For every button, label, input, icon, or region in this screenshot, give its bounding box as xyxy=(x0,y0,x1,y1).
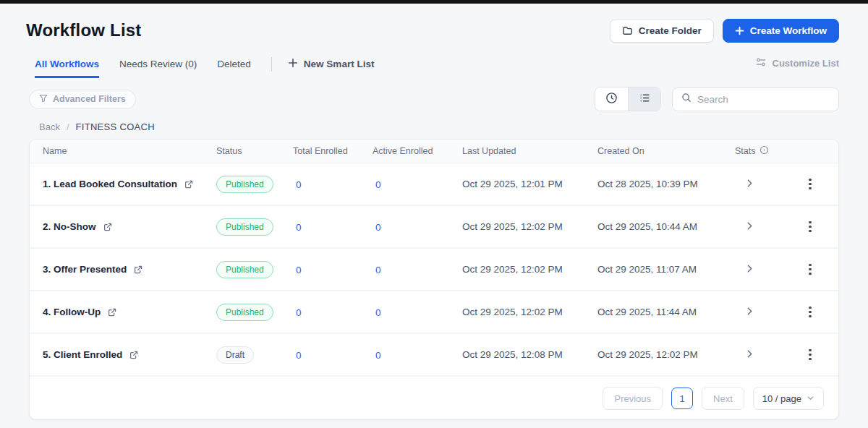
tab-all-workflows[interactable]: All Workflows xyxy=(35,54,99,78)
total-enrolled-value[interactable]: 0 xyxy=(293,222,302,233)
next-page-button[interactable]: Next xyxy=(702,387,744,410)
stats-expand-button[interactable] xyxy=(735,221,795,234)
workflow-name[interactable]: 3. Offer Presented xyxy=(43,264,127,275)
table-row[interactable]: 5. Client Enrolled Draft 0 0 Oct 29 2025… xyxy=(30,334,838,377)
create-workflow-label: Create Workflow xyxy=(750,25,827,36)
kebab-menu-icon[interactable] xyxy=(804,260,816,280)
breadcrumb-separator: / xyxy=(67,121,69,132)
view-toggle xyxy=(595,87,661,111)
chevron-right-icon xyxy=(745,221,754,234)
created-on-value: Oct 28 2025, 10:39 PM xyxy=(597,179,735,189)
column-header-total-enrolled: Total Enrolled xyxy=(293,146,373,156)
page-size-select[interactable]: 10 / page xyxy=(753,387,824,410)
workflow-list-page: Workflow List Create Folder Create Workf… xyxy=(0,18,868,420)
external-link-icon[interactable] xyxy=(129,350,139,360)
external-link-icon[interactable] xyxy=(107,307,117,317)
external-link-icon[interactable] xyxy=(133,265,143,275)
external-link-icon[interactable] xyxy=(103,222,113,232)
last-updated-value: Oct 29 2025, 12:02 PM xyxy=(462,307,597,317)
previous-page-button[interactable]: Previous xyxy=(603,387,663,410)
kebab-menu-icon[interactable] xyxy=(804,174,816,194)
external-link-icon[interactable] xyxy=(184,179,194,189)
search-input[interactable] xyxy=(697,94,830,105)
created-on-value: Oct 29 2025, 12:02 PM xyxy=(597,349,735,360)
column-header-name: Name xyxy=(43,146,216,156)
table-row[interactable]: 3. Offer Presented Published 0 0 Oct 29 … xyxy=(30,249,838,291)
sliders-icon xyxy=(755,56,767,70)
new-smart-list-button[interactable]: New Smart List xyxy=(288,58,375,78)
stats-expand-button[interactable] xyxy=(735,263,795,276)
customize-list-label: Customize List xyxy=(773,58,839,69)
chevron-right-icon xyxy=(745,348,754,361)
tab-bar: All Workflows Needs Review (0) Deleted N… xyxy=(29,54,839,78)
create-folder-label: Create Folder xyxy=(639,25,702,36)
column-header-stats: Stats xyxy=(735,146,756,156)
active-enrolled-value[interactable]: 0 xyxy=(373,265,381,275)
workflow-name[interactable]: 5. Client Enrolled xyxy=(43,349,122,360)
last-updated-value: Oct 29 2025, 12:01 PM xyxy=(462,179,597,189)
history-view-button[interactable] xyxy=(595,87,628,111)
workflow-table-card: Name Status Total Enrolled Active Enroll… xyxy=(29,139,839,420)
create-folder-button[interactable]: Create Folder xyxy=(610,19,714,43)
total-enrolled-value[interactable]: 0 xyxy=(293,179,302,190)
workflow-name[interactable]: 4. Follow-Up xyxy=(43,307,101,317)
kebab-menu-icon[interactable] xyxy=(804,345,816,365)
total-enrolled-value[interactable]: 0 xyxy=(293,265,302,275)
table-body: 1. Lead Booked Consultation Published 0 … xyxy=(30,163,838,377)
advanced-filters-button[interactable]: Advanced Filters xyxy=(29,90,136,109)
active-enrolled-value[interactable]: 0 xyxy=(373,307,381,318)
page-number-button[interactable]: 1 xyxy=(671,388,693,409)
list-view-button[interactable] xyxy=(628,87,660,111)
workflow-name[interactable]: 1. Lead Booked Consultation xyxy=(43,179,177,189)
column-header-last-updated: Last Updated xyxy=(462,146,597,156)
list-icon xyxy=(639,92,651,107)
stats-expand-button[interactable] xyxy=(735,348,795,361)
last-updated-value: Oct 29 2025, 12:08 PM xyxy=(462,349,597,360)
breadcrumb-current-folder: FITNESS COACH xyxy=(76,121,155,132)
created-on-value: Oct 29 2025, 11:44 AM xyxy=(597,307,735,317)
status-badge: Draft xyxy=(216,346,254,364)
plus-icon xyxy=(735,26,744,35)
total-enrolled-value[interactable]: 0 xyxy=(293,307,302,318)
chevron-right-icon xyxy=(745,306,754,319)
kebab-menu-icon[interactable] xyxy=(804,302,816,322)
active-enrolled-value[interactable]: 0 xyxy=(373,222,381,233)
view-and-search xyxy=(595,87,839,111)
customize-list-button[interactable]: Customize List xyxy=(755,56,839,78)
page-header: Workflow List Create Folder Create Workf… xyxy=(29,18,839,43)
table-header-row: Name Status Total Enrolled Active Enroll… xyxy=(30,140,838,163)
page-title: Workflow List xyxy=(26,20,142,40)
pagination: Previous 1 Next 10 / page xyxy=(30,377,838,420)
info-icon[interactable] xyxy=(760,145,769,157)
clock-icon xyxy=(605,92,618,107)
breadcrumb-back-link[interactable]: Back xyxy=(39,121,60,132)
funnel-icon xyxy=(39,94,48,105)
active-enrolled-value[interactable]: 0 xyxy=(373,350,381,361)
last-updated-value: Oct 29 2025, 12:02 PM xyxy=(462,264,597,275)
status-badge: Published xyxy=(216,176,273,193)
created-on-value: Oct 29 2025, 11:07 AM xyxy=(597,264,735,275)
workflow-name[interactable]: 2. No-Show xyxy=(43,221,96,232)
tab-needs-review[interactable]: Needs Review (0) xyxy=(119,54,197,78)
breadcrumb: Back / FITNESS COACH xyxy=(29,121,839,132)
create-workflow-button[interactable]: Create Workflow xyxy=(723,19,839,43)
table-row[interactable]: 1. Lead Booked Consultation Published 0 … xyxy=(30,163,838,206)
advanced-filters-label: Advanced Filters xyxy=(53,94,126,104)
column-header-active-enrolled: Active Enrolled xyxy=(373,146,462,156)
status-badge: Published xyxy=(216,261,273,278)
last-updated-value: Oct 29 2025, 12:02 PM xyxy=(462,221,597,232)
table-row[interactable]: 2. No-Show Published 0 0 Oct 29 2025, 12… xyxy=(30,206,838,249)
search-box xyxy=(672,87,839,111)
status-badge: Published xyxy=(216,218,273,236)
stats-expand-button[interactable] xyxy=(735,306,795,319)
kebab-menu-icon[interactable] xyxy=(804,217,816,237)
column-header-created-on: Created On xyxy=(597,146,735,156)
stats-expand-button[interactable] xyxy=(735,178,795,191)
total-enrolled-value[interactable]: 0 xyxy=(293,350,302,361)
tab-deleted[interactable]: Deleted xyxy=(217,54,251,78)
header-actions: Create Folder Create Workflow xyxy=(610,19,839,43)
table-row[interactable]: 4. Follow-Up Published 0 0 Oct 29 2025, … xyxy=(30,291,838,334)
chevron-right-icon xyxy=(745,178,754,191)
active-enrolled-value[interactable]: 0 xyxy=(373,179,381,190)
plus-icon xyxy=(288,58,298,70)
